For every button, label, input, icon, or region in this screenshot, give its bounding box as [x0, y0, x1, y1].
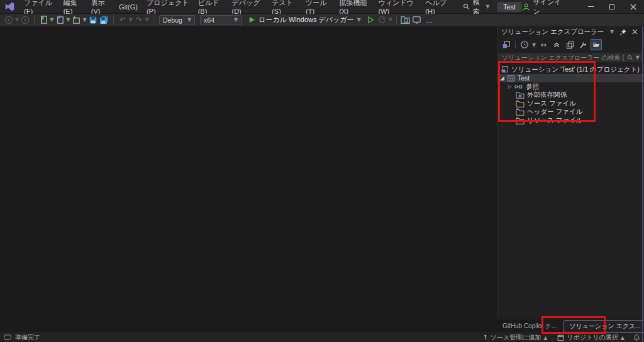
sync-with-active-document-button[interactable]: ↔: [538, 39, 549, 50]
menu-window[interactable]: ウィンドウ(W): [374, 0, 421, 13]
panel-close-button[interactable]: [629, 29, 640, 35]
tree-row-references[interactable]: ▷ 参照: [497, 82, 644, 91]
chevron-down-icon[interactable]: ▼: [389, 17, 392, 23]
title-bar: ファイル(F) 編集(E) 表示(V) Git(G) プロジェクト(P) ビルド…: [0, 0, 644, 14]
bell-icon: [633, 334, 640, 341]
close-button[interactable]: [623, 0, 644, 13]
arrow-up-icon: ↑: [482, 334, 487, 341]
search-input[interactable]: [502, 54, 625, 61]
platform-value: x64: [204, 16, 214, 24]
cpp-project-icon: [507, 74, 515, 82]
tree-row-resource-files[interactable]: リソース ファイル: [497, 116, 644, 125]
folder-icon: [516, 117, 525, 124]
chevron-down-icon[interactable]: ▼: [636, 55, 640, 60]
chevron-up-icon: ▲: [543, 335, 547, 341]
tree-row-source-files[interactable]: ソース ファイル: [497, 99, 644, 108]
notifications-button[interactable]: [633, 334, 640, 341]
feedback-icon[interactable]: [4, 334, 11, 341]
menu-help[interactable]: ヘルプ(H): [421, 0, 455, 13]
tree-row-solution[interactable]: ソリューション 'Test' (1/1 のプロジェクト): [497, 65, 644, 74]
close-icon: [630, 4, 636, 10]
solution-explorer-toolbar: ▼ ↔: [497, 37, 644, 52]
folder-icon: [516, 100, 525, 108]
tree-label: ソース ファイル: [527, 99, 576, 108]
switch-views-button[interactable]: [501, 39, 512, 50]
add-to-source-control-label: ソース管理に追加: [491, 333, 541, 342]
redo-button[interactable]: ↷: [134, 15, 144, 25]
expander-collapsed-icon[interactable]: ▷: [508, 84, 512, 89]
window-position-button[interactable]: ▼: [606, 29, 618, 35]
menu-file[interactable]: ファイル(F): [19, 0, 59, 13]
references-icon: [514, 84, 523, 90]
tab-github-copilot[interactable]: GitHub Copilot チ...: [499, 320, 560, 333]
repo-icon: [557, 334, 564, 341]
tree-label: リソース ファイル: [527, 116, 583, 125]
tree-row-header-files[interactable]: ヘッダー ファイル: [497, 108, 644, 117]
expander-expanded-icon[interactable]: [500, 76, 504, 80]
tree-label: 参照: [526, 82, 539, 91]
add-item-button[interactable]: [71, 15, 81, 25]
configuration-dropdown[interactable]: Debug ▼: [159, 15, 195, 25]
menu-build[interactable]: ビルド(B): [194, 0, 228, 13]
chevron-down-icon[interactable]: ▼: [50, 17, 53, 23]
navigate-back-button[interactable]: [4, 15, 14, 25]
profiler-button[interactable]: [377, 15, 387, 25]
chevron-down-icon[interactable]: ▼: [82, 17, 86, 23]
menu-bar: ファイル(F) 編集(E) 表示(V) Git(G) プロジェクト(P) ビルド…: [19, 0, 455, 13]
add-to-source-control-button[interactable]: ↑ ソース管理に追加 ▲: [482, 333, 547, 342]
maximize-button[interactable]: [601, 0, 623, 13]
solution-name-badge[interactable]: Test: [497, 2, 521, 12]
search-icon[interactable]: [627, 55, 633, 61]
chevron-down-icon[interactable]: ▼: [15, 17, 19, 23]
show-all-files-button[interactable]: [591, 39, 602, 50]
solution-explorer-title-bar[interactable]: ソリューション エクスプローラー ▼: [497, 26, 644, 37]
start-without-debugging-button[interactable]: [366, 15, 376, 25]
save-button[interactable]: [88, 15, 98, 25]
pin-button[interactable]: [618, 28, 629, 36]
tab-solution-explorer[interactable]: ソリューション エクス...: [563, 320, 644, 333]
menu-extensions[interactable]: 拡張機能(X): [335, 0, 374, 13]
platform-dropdown[interactable]: x64 ▼: [200, 15, 242, 25]
tree-row-external-dependencies[interactable]: 外部依存関係: [497, 91, 644, 100]
chevron-down-icon[interactable]: ▼: [129, 17, 133, 23]
tree-label: ヘッダー ファイル: [527, 108, 583, 116]
chevron-down-icon[interactable]: ▼: [66, 17, 70, 23]
pending-changes-filter-button[interactable]: [519, 39, 530, 50]
menu-git[interactable]: Git(G): [114, 0, 142, 13]
tree-row-project-test[interactable]: Test: [497, 74, 644, 83]
toolbar-overflow-button[interactable]: …: [426, 16, 433, 24]
menu-test[interactable]: テスト(S): [267, 0, 301, 13]
feedback-button[interactable]: [412, 15, 422, 25]
collapse-all-button[interactable]: [551, 39, 562, 50]
menu-debug[interactable]: デバッグ(D): [228, 0, 268, 13]
chevron-down-icon: ▼: [187, 17, 191, 23]
wrench-properties-button[interactable]: [577, 39, 589, 50]
solution-icon: [501, 65, 509, 74]
chevron-down-icon[interactable]: ▼: [145, 17, 149, 23]
save-all-button[interactable]: [99, 15, 109, 25]
chevron-down-icon: ▼: [357, 17, 361, 23]
menu-edit[interactable]: 編集(E): [59, 0, 87, 13]
properties-pages-button[interactable]: [564, 39, 575, 50]
solution-explorer-search-box[interactable]: ▼: [498, 53, 643, 62]
solution-tree: ソリューション 'Test' (1/1 のプロジェクト) Test ▷ 参照 外…: [497, 65, 644, 125]
minimize-icon: [588, 6, 594, 7]
chevron-down-icon[interactable]: ▼: [532, 42, 536, 48]
select-repository-button[interactable]: リポジトリの選択 ▲: [557, 333, 625, 342]
open-file-button[interactable]: [55, 15, 65, 25]
find-in-files-button[interactable]: [401, 15, 411, 25]
chevron-up-icon: ▲: [621, 335, 625, 341]
start-debugging-button[interactable]: ローカル Windows デバッガー ▼: [248, 15, 361, 25]
minimize-button[interactable]: [580, 0, 601, 13]
person-icon: [522, 3, 530, 11]
visual-studio-logo-icon: [5, 2, 14, 11]
menu-project[interactable]: プロジェクト(P): [142, 0, 194, 13]
close-icon: [632, 29, 638, 35]
menu-tools[interactable]: ツール(T): [301, 0, 335, 13]
undo-button[interactable]: ↶: [118, 15, 128, 25]
new-project-button[interactable]: [38, 15, 48, 25]
menu-view[interactable]: 表示(V): [87, 0, 114, 13]
navigate-forward-button[interactable]: [20, 15, 30, 25]
play-icon: [248, 16, 255, 23]
pin-icon: [619, 28, 627, 36]
